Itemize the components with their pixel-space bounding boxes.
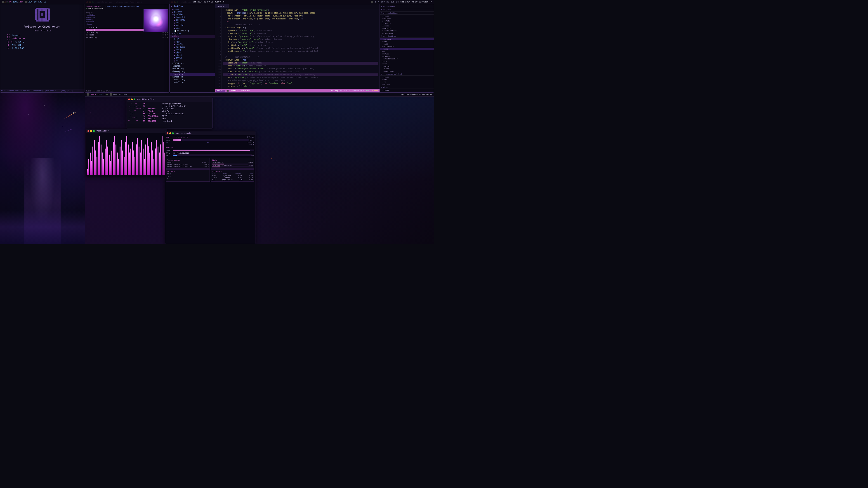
qute-label-quickmarks: Quickmarks (12, 37, 26, 40)
tree-install-sh[interactable]: install.sh (170, 81, 215, 84)
tree-lang[interactable]: ▶ lang (170, 48, 215, 51)
qute-menu-history[interactable]: [S h] History (6, 41, 83, 43)
qute-menu-closetab[interactable]: [x] Close tab (6, 47, 83, 50)
rp-pkgs-sys[interactable]: system (380, 89, 434, 91)
rp-user-settings: ▼ userSettings (380, 35, 434, 38)
nvim-extra: Producer.p/LibrePhoenix.p (340, 90, 364, 92)
tree-desktop-png[interactable]: desktop.png (170, 70, 215, 73)
tree-shell[interactable]: ▶ shell (170, 54, 215, 57)
tab-flake-nix[interactable]: flake.nix (215, 4, 228, 8)
tree-system[interactable]: ▶ system (170, 32, 215, 35)
rp-timezone[interactable]: timezone (380, 22, 434, 25)
rp-profile[interactable]: profile (380, 20, 434, 22)
rp-pkgs-patches[interactable]: patches (380, 83, 434, 86)
sysmon-title: system monitor (176, 132, 193, 134)
tb-workspace: Tech (6, 1, 11, 3)
tree-wm[interactable]: ▶ wm (170, 59, 215, 62)
tree-themes[interactable]: ▶ themes (170, 35, 215, 38)
nf-max-btn[interactable] (133, 98, 135, 100)
tree-profiles[interactable]: ▼ profiles (170, 13, 215, 16)
rp-pkgs-src[interactable]: src (380, 80, 434, 83)
nf-min-btn[interactable] (131, 98, 133, 100)
qute-menu-quickmarks[interactable]: [b] Quickmarks (6, 37, 83, 40)
tree-hardware[interactable]: ▶ hardware (170, 46, 215, 48)
tree-homelab[interactable]: ▶ home.lab (170, 16, 215, 19)
rp-browser[interactable]: browser (380, 55, 434, 58)
sm-close-btn[interactable] (166, 132, 168, 134)
tb-r3: 2S (396, 1, 399, 3)
sm-min-btn[interactable] (169, 132, 171, 134)
tree-personal[interactable]: ▶ personal (170, 19, 215, 22)
tree-wsl[interactable]: ▶ wsl (170, 27, 215, 30)
tree-work-name: work (176, 22, 181, 24)
tree-readme2[interactable]: README.org (170, 68, 215, 70)
tree-harden-sh[interactable]: harden.sh (170, 76, 215, 78)
ascii-art: ██████████████ ██ ██████████ ██ ██ ██ ██… (35, 6, 50, 24)
folder-icon-style: ▶ (174, 57, 176, 59)
code-line-12: profile = "personal"; # select a profile… (223, 35, 378, 38)
rp-grubdevice[interactable]: grubDevice (380, 32, 434, 35)
rp-hostname[interactable]: hostname (380, 17, 434, 20)
code-line-29: wmType = if (wm == "hyprland") then "way… (223, 82, 378, 85)
disk-2: /dev/dm-0 /nix/store 303GB (212, 164, 253, 166)
viz-max-btn[interactable] (93, 130, 95, 132)
tree-readme-profiles[interactable]: 📄 README.org (170, 30, 215, 32)
tb-battery: ⬛ (371, 1, 373, 3)
viz-bar-43 (145, 144, 146, 175)
rp-email[interactable]: email (380, 43, 434, 45)
tree-root[interactable]: ▼ .dotfiles (170, 5, 215, 8)
folder-icon-patches: ▶ (173, 11, 174, 13)
qute-menu-search[interactable]: [o] Search (6, 34, 83, 37)
tree-pkgs[interactable]: ▶ pkgs (170, 51, 215, 54)
viz-min-btn[interactable] (90, 130, 92, 132)
rp-username[interactable]: username (380, 38, 434, 40)
qute-label-history: History (15, 41, 24, 43)
tree-worklab[interactable]: ▶ worklab (170, 24, 215, 27)
tree-license[interactable]: LICENSE (170, 65, 215, 68)
rp-locale[interactable]: locale (380, 25, 434, 27)
tree-style[interactable]: ▶ style (170, 57, 215, 59)
viz-close-btn[interactable] (88, 130, 89, 132)
tree-flake-nix[interactable]: flake.nix (170, 73, 215, 76)
tree-install-org[interactable]: install.org (170, 78, 215, 81)
nf-shell: CN| SHELL: zsh (143, 118, 186, 120)
mem-ram-label: RAM: (166, 152, 172, 154)
rp-dotfilesdir[interactable]: dotfilesDir (380, 45, 434, 48)
viz-bar-42 (144, 159, 145, 175)
rp-system[interactable]: system (380, 15, 434, 17)
rp-pkgs-system[interactable]: system (380, 76, 434, 78)
rp-font[interactable]: font (380, 63, 434, 65)
rp-defaultroamdir[interactable]: defaultRoamDir (380, 58, 434, 60)
tree-work[interactable]: ▶ work (170, 22, 215, 24)
nf-uptime: BE| UPTIME: 21 hours 7 minutes (143, 113, 186, 115)
rp-bootmode[interactable]: bootMode (380, 27, 434, 30)
rp-wmtype[interactable]: wmType (380, 53, 434, 55)
rp-spawneditor[interactable]: spawnEditor (380, 70, 434, 72)
rp-editor[interactable]: editor (380, 68, 434, 70)
rp-fontpkg[interactable]: fontPkg (380, 65, 434, 68)
viz-bar-11 (102, 153, 103, 175)
qute-menu-newtab[interactable]: [t] New tab (6, 44, 83, 46)
nf-close-btn[interactable] (128, 98, 130, 100)
sm-max-btn[interactable] (172, 132, 174, 134)
tree-config[interactable]: ▶ config (170, 43, 215, 46)
rp-pkgs-name[interactable]: name (380, 78, 434, 80)
tree-readme-root[interactable]: README.org (170, 62, 215, 65)
file-readme[interactable]: README.org 4.7 K (86, 36, 168, 39)
proc-row-3: 3156 pipewire-pu 0.15 0.1% (212, 179, 253, 181)
tb-val3: 1OS (38, 1, 42, 3)
rp-bootmountpath[interactable]: bootMountPath (380, 30, 434, 32)
tree-user[interactable]: ▼ user (170, 38, 215, 40)
rp-theme[interactable]: theme (380, 48, 434, 50)
tree-app[interactable]: ▶ app (170, 40, 215, 43)
rp-wm[interactable]: wm (380, 50, 434, 53)
cpu-mid: 0% (207, 142, 209, 145)
net-values: 56.0 10.5 0 (167, 173, 209, 180)
code-line-24: email = "emmet@librephoenix.com"; # emai… (223, 68, 378, 70)
file-license[interactable]: LICENSE 34.2 K (86, 34, 168, 36)
tree-patches[interactable]: ▶ patches (170, 11, 215, 13)
viz-bar-19 (113, 142, 114, 175)
rp-term[interactable]: term (380, 60, 434, 63)
rp-name[interactable]: name (380, 40, 434, 43)
tree-git[interactable]: ▶ .git (170, 8, 215, 11)
